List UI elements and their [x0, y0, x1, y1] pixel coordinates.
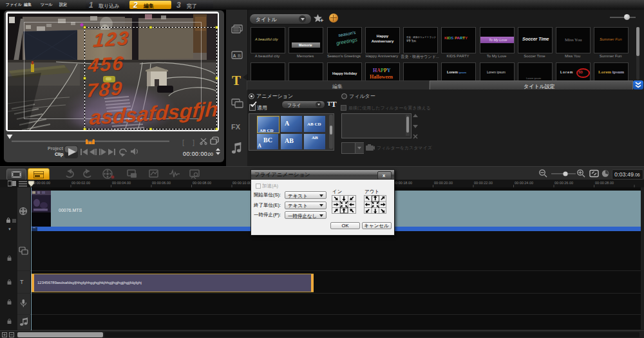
svg-text:[: [ [182, 138, 184, 146]
svg-text:00:00:10.00: 00:00:10.00 [232, 181, 251, 185]
svg-text:FX: FX [231, 123, 241, 131]
svg-text:00:00:02.00: 00:00:02.00 [71, 181, 90, 185]
svg-text:00:00:26.00: 00:00:26.00 [554, 181, 573, 185]
svg-text:00:00:04.00: 00:00:04.00 [112, 181, 131, 185]
svg-text:]: ] [193, 138, 194, 146]
svg-text:00: 00 [208, 152, 213, 156]
svg-text:A: A [233, 53, 236, 58]
svg-text:00:00:22.00: 00:00:22.00 [474, 181, 493, 185]
svg-text:T: T [20, 279, 24, 285]
svg-text:00:00:00.: 00:00:00. [183, 151, 209, 157]
svg-text:00:00:28.00: 00:00:28.00 [595, 181, 614, 185]
svg-text:00:00:24.00: 00:00:24.00 [515, 181, 533, 185]
svg-text:00:00:18.00: 00:00:18.00 [393, 181, 412, 185]
svg-text:T: T [232, 73, 241, 88]
svg-text:00:00:20.00: 00:00:20.00 [434, 181, 453, 185]
svg-text:00:00:06.00: 00:00:06.00 [152, 181, 171, 185]
svg-text:B: B [238, 53, 241, 58]
svg-text:00:00:08.00: 00:00:08.00 [193, 181, 211, 185]
